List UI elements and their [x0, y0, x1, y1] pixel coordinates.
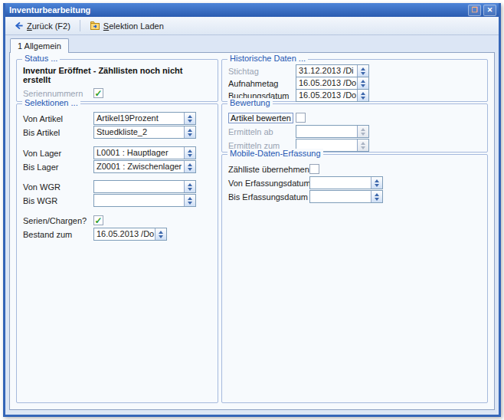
- aufnahmetag-label: Aufnahmetag: [228, 79, 296, 88]
- bis-erfassungsdatum-label: Bis Erfassungsdatum: [228, 192, 309, 202]
- group-selektionen: Selektionen ... Von Artikel Artikel19Pro…: [16, 103, 218, 403]
- ermitteln-ab-field: [296, 125, 369, 138]
- tab-strip: 1 Allgemein: [5, 35, 499, 52]
- serien-chargen-checkbox[interactable]: ✓: [93, 215, 103, 225]
- group-status: Status ... Inventur Eröffnet - Zählliste…: [16, 59, 218, 102]
- artikel-bewerten-label: Artikel bewerten: [228, 113, 293, 123]
- row-ermitteln-ab: Ermitteln ab: [228, 125, 481, 138]
- group-mobile-title: Mobile-Daten-Erfassung: [227, 149, 323, 158]
- ermitteln-ab-spinner: [357, 126, 368, 137]
- stichtag-date-field[interactable]: 31.12.2013 /Di: [296, 64, 369, 77]
- window-title: Inventurbearbeitung: [9, 5, 90, 15]
- toolbar: Zurück (F2) Selektion Laden: [5, 17, 499, 35]
- zaehlliste-uebernehmen-checkbox[interactable]: [309, 164, 319, 174]
- bis-lager-value: Z0001 : Zwischenlager: [94, 161, 184, 172]
- buchungsdatum-value: 16.05.2013 /Do: [296, 90, 357, 101]
- zaehlliste-uebernehmen-label: Zählliste übernehmen: [228, 165, 309, 174]
- group-bewertung-title: Bewertung: [227, 98, 273, 107]
- bestand-zum-value: 16.05.2013 /Do: [94, 228, 155, 240]
- ermitteln-ab-value: [296, 126, 357, 137]
- bis-lager-spinner[interactable]: [184, 161, 195, 172]
- bis-artikel-spinner[interactable]: [184, 126, 195, 138]
- ermitteln-zum-spinner: [357, 139, 368, 151]
- row-von-lager: Von Lager L0001 : Hauptlager: [23, 146, 211, 159]
- row-von-wgr: Von WGR: [23, 180, 211, 193]
- row-bis-wgr: Bis WGR: [23, 194, 211, 207]
- group-historische-daten: Historische Daten ... Stichtag 31.12.201…: [221, 59, 488, 102]
- row-von-artikel: Von Artikel Artikel19Prozent: [23, 112, 211, 125]
- allgemein-panel: Status ... Inventur Eröffnet - Zählliste…: [9, 52, 495, 410]
- row-serien-chargen: Serien/Chargen? ✓: [23, 214, 211, 227]
- stichtag-label: Stichtag: [228, 67, 296, 76]
- von-artikel-spinner[interactable]: [184, 113, 195, 124]
- buchungsdatum-spinner[interactable]: [357, 90, 368, 101]
- group-status-title: Status ...: [22, 54, 60, 63]
- tab-allgemein[interactable]: 1 Allgemein: [10, 38, 69, 53]
- inventur-window: Inventurbearbeitung ❐ ✕ Zurück (F2) Sele…: [3, 3, 501, 417]
- row-aufnahmetag: Aufnahmetag 16.05.2013 /Do: [228, 77, 481, 89]
- von-artikel-combo[interactable]: Artikel19Prozent: [93, 112, 196, 125]
- group-bewertung: Bewertung Artikel bewerten Ermitteln ab: [221, 103, 488, 153]
- row-bis-lager: Bis Lager Z0001 : Zwischenlager: [23, 160, 211, 173]
- von-artikel-value: Artikel19Prozent: [94, 113, 184, 124]
- bis-artikel-value: Stuedkliste_2: [94, 126, 184, 138]
- bis-wgr-label: Bis WGR: [23, 196, 93, 205]
- bis-wgr-value: [94, 195, 184, 206]
- von-erfassungsdatum-field[interactable]: [309, 176, 383, 189]
- buchungsdatum-date-field[interactable]: 16.05.2013 /Do: [296, 89, 369, 102]
- titlebar-buttons: ❐ ✕: [468, 5, 499, 16]
- row-artikel-bewerten: Artikel bewerten: [228, 111, 481, 124]
- von-erfassungsdatum-label: Von Erfassungsdatum: [228, 179, 309, 188]
- von-lager-spinner[interactable]: [184, 147, 195, 159]
- seriennummern-label: Seriennummern: [23, 89, 93, 98]
- aufnahmetag-spinner[interactable]: [357, 77, 368, 89]
- von-artikel-label: Von Artikel: [23, 114, 93, 123]
- back-button-label: Zurück (F2): [27, 21, 70, 31]
- ermitteln-ab-label: Ermitteln ab: [228, 127, 296, 136]
- aufnahmetag-value: 16.05.2013 /Do: [296, 77, 357, 89]
- restore-window-button[interactable]: ❐: [468, 5, 481, 16]
- bestand-zum-date-field[interactable]: 16.05.2013 /Do: [93, 228, 167, 241]
- group-historische-daten-title: Historische Daten ...: [227, 54, 308, 63]
- bis-lager-label: Bis Lager: [23, 162, 93, 172]
- artikel-bewerten-checkbox[interactable]: [296, 113, 306, 123]
- von-lager-label: Von Lager: [23, 149, 93, 158]
- bis-erfassungsdatum-field[interactable]: [309, 190, 383, 203]
- bis-artikel-label: Bis Artikel: [23, 128, 93, 137]
- von-erfassungsdatum-spinner[interactable]: [371, 177, 382, 189]
- von-wgr-spinner[interactable]: [184, 181, 195, 192]
- close-window-button[interactable]: ✕: [483, 5, 496, 16]
- aufnahmetag-date-field[interactable]: 16.05.2013 /Do: [296, 77, 369, 90]
- bestand-zum-label: Bestand zum: [23, 230, 93, 239]
- bestand-zum-spinner[interactable]: [155, 228, 166, 240]
- bis-erfassungsdatum-spinner[interactable]: [371, 191, 382, 202]
- load-selection-button[interactable]: Selektion Laden: [84, 18, 169, 33]
- stichtag-value: 31.12.2013 /Di: [296, 65, 357, 77]
- group-selektionen-title: Selektionen ...: [22, 98, 80, 107]
- von-lager-combo[interactable]: L0001 : Hauptlager: [93, 146, 196, 159]
- back-button[interactable]: Zurück (F2): [8, 18, 76, 33]
- bis-artikel-combo[interactable]: Stuedkliste_2: [93, 126, 196, 139]
- row-zaehlliste-uebernehmen: Zählliste übernehmen: [228, 162, 481, 176]
- status-message: Inventur Eröffnet - Zähllisten noch nich…: [23, 66, 211, 84]
- bis-lager-combo[interactable]: Z0001 : Zwischenlager: [93, 160, 196, 173]
- stichtag-spinner[interactable]: [357, 65, 368, 77]
- row-stichtag: Stichtag 31.12.2013 /Di: [228, 65, 481, 77]
- von-wgr-label: Von WGR: [23, 182, 93, 192]
- back-arrow-icon: [14, 21, 24, 31]
- window-titlebar[interactable]: Inventurbearbeitung ❐ ✕: [5, 3, 499, 17]
- bis-wgr-combo[interactable]: [93, 194, 196, 207]
- von-lager-value: L0001 : Hauptlager: [94, 147, 184, 159]
- bis-erfassungsdatum-value: [310, 191, 371, 202]
- von-wgr-value: [94, 181, 184, 192]
- row-von-erfassungsdatum: Von Erfassungsdatum: [228, 176, 481, 189]
- serien-chargen-label: Serien/Chargen?: [23, 216, 93, 225]
- seriennummern-checkbox[interactable]: ✓: [93, 88, 103, 98]
- row-bis-artikel: Bis Artikel Stuedkliste_2: [23, 126, 211, 139]
- bis-wgr-spinner[interactable]: [184, 195, 195, 206]
- load-selection-label: Selektion Laden: [103, 21, 164, 31]
- von-wgr-combo[interactable]: [93, 180, 196, 193]
- von-erfassungsdatum-value: [310, 177, 371, 189]
- toolbar-separator: [80, 20, 80, 31]
- group-mobile-daten-erfassung: Mobile-Daten-Erfassung Zählliste überneh…: [221, 154, 488, 403]
